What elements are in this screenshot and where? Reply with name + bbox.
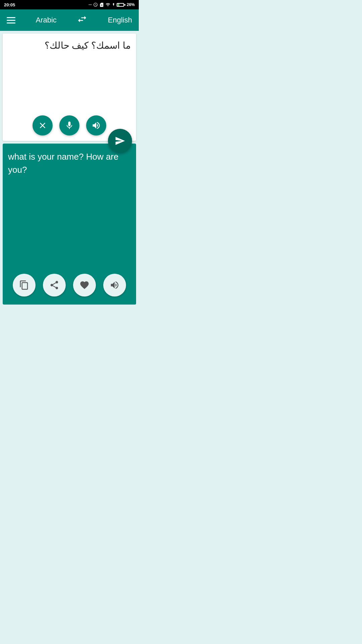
translated-text: what is your name? How are you?: [8, 150, 131, 176]
speak-source-button[interactable]: [86, 115, 106, 136]
target-language-label[interactable]: English: [108, 16, 132, 24]
swap-languages-button[interactable]: [77, 14, 87, 27]
favorite-button[interactable]: [73, 274, 96, 297]
copy-button[interactable]: [13, 274, 36, 297]
source-language-label[interactable]: Arabic: [36, 16, 56, 24]
battery-percent: 26%: [127, 2, 135, 7]
battery-indicator: [117, 3, 125, 7]
source-actions: [33, 115, 106, 136]
status-time: 20:05: [4, 2, 15, 7]
translate-button[interactable]: [108, 129, 132, 153]
status-bar: 20:05 ··· 26%: [0, 0, 139, 9]
translation-panel: what is your name? How are you?: [3, 144, 136, 305]
signal-icon: [105, 2, 111, 7]
dots-icon: ···: [88, 2, 92, 7]
microphone-button[interactable]: [59, 115, 79, 136]
status-icons: ··· 26%: [88, 2, 135, 7]
source-text[interactable]: ما اسمك؟ كيف حالك؟: [8, 39, 131, 52]
alarm-icon: [93, 2, 98, 7]
speak-translation-button[interactable]: [103, 274, 126, 297]
menu-button[interactable]: [7, 17, 15, 23]
translation-actions: [13, 274, 126, 297]
sim-icon: [99, 2, 104, 7]
app-bar: Arabic English: [0, 9, 139, 31]
clear-button[interactable]: [33, 115, 53, 136]
source-panel: ما اسمك؟ كيف حالك؟: [3, 34, 136, 141]
charging-icon: [112, 2, 115, 7]
share-button[interactable]: [43, 274, 66, 297]
